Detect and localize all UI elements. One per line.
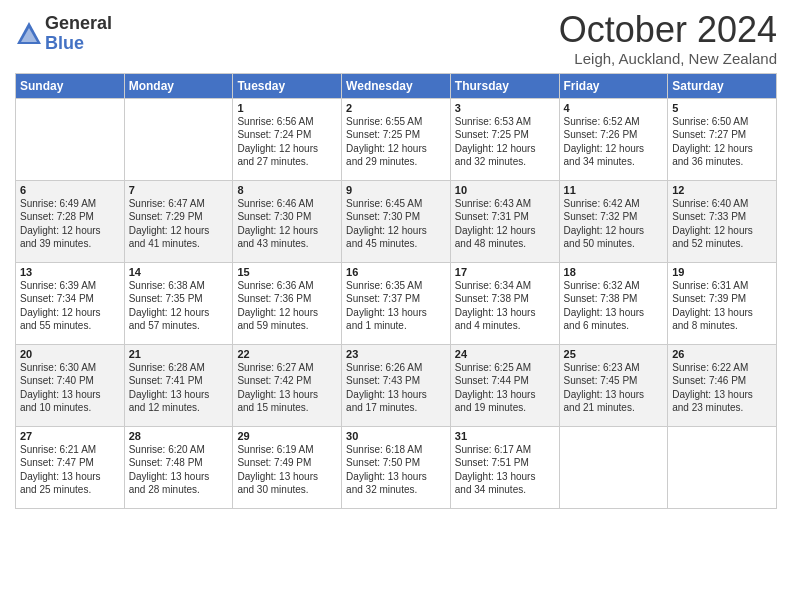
calendar-cell: 6Sunrise: 6:49 AM Sunset: 7:28 PM Daylig…: [16, 180, 125, 262]
day-info: Sunrise: 6:22 AM Sunset: 7:46 PM Dayligh…: [672, 362, 753, 414]
calendar-cell: 25Sunrise: 6:23 AM Sunset: 7:45 PM Dayli…: [559, 344, 668, 426]
day-info: Sunrise: 6:42 AM Sunset: 7:32 PM Dayligh…: [564, 198, 645, 250]
day-info: Sunrise: 6:56 AM Sunset: 7:24 PM Dayligh…: [237, 116, 318, 168]
day-number: 6: [20, 184, 120, 196]
day-info: Sunrise: 6:46 AM Sunset: 7:30 PM Dayligh…: [237, 198, 318, 250]
day-number: 2: [346, 102, 446, 114]
day-header: Friday: [559, 73, 668, 98]
day-number: 7: [129, 184, 229, 196]
day-number: 11: [564, 184, 664, 196]
day-number: 21: [129, 348, 229, 360]
month-title: October 2024: [559, 10, 777, 50]
day-info: Sunrise: 6:49 AM Sunset: 7:28 PM Dayligh…: [20, 198, 101, 250]
logo-text: General Blue: [45, 14, 112, 54]
logo-blue: Blue: [45, 34, 112, 54]
day-header: Sunday: [16, 73, 125, 98]
location: Leigh, Auckland, New Zealand: [559, 50, 777, 67]
day-number: 10: [455, 184, 555, 196]
week-row: 27Sunrise: 6:21 AM Sunset: 7:47 PM Dayli…: [16, 426, 777, 508]
calendar-cell: 20Sunrise: 6:30 AM Sunset: 7:40 PM Dayli…: [16, 344, 125, 426]
day-number: 18: [564, 266, 664, 278]
day-info: Sunrise: 6:32 AM Sunset: 7:38 PM Dayligh…: [564, 280, 645, 332]
day-info: Sunrise: 6:20 AM Sunset: 7:48 PM Dayligh…: [129, 444, 210, 496]
title-block: October 2024 Leigh, Auckland, New Zealan…: [559, 10, 777, 67]
day-info: Sunrise: 6:35 AM Sunset: 7:37 PM Dayligh…: [346, 280, 427, 332]
day-info: Sunrise: 6:39 AM Sunset: 7:34 PM Dayligh…: [20, 280, 101, 332]
day-number: 31: [455, 430, 555, 442]
day-header: Wednesday: [342, 73, 451, 98]
day-number: 8: [237, 184, 337, 196]
calendar-cell: 23Sunrise: 6:26 AM Sunset: 7:43 PM Dayli…: [342, 344, 451, 426]
calendar-table: SundayMondayTuesdayWednesdayThursdayFrid…: [15, 73, 777, 509]
header: General Blue October 2024 Leigh, Aucklan…: [15, 10, 777, 67]
calendar-cell: 1Sunrise: 6:56 AM Sunset: 7:24 PM Daylig…: [233, 98, 342, 180]
logo-icon: [15, 20, 43, 48]
day-header: Tuesday: [233, 73, 342, 98]
day-number: 1: [237, 102, 337, 114]
day-number: 27: [20, 430, 120, 442]
day-number: 24: [455, 348, 555, 360]
day-info: Sunrise: 6:52 AM Sunset: 7:26 PM Dayligh…: [564, 116, 645, 168]
week-row: 1Sunrise: 6:56 AM Sunset: 7:24 PM Daylig…: [16, 98, 777, 180]
calendar-cell: 29Sunrise: 6:19 AM Sunset: 7:49 PM Dayli…: [233, 426, 342, 508]
calendar-cell: 9Sunrise: 6:45 AM Sunset: 7:30 PM Daylig…: [342, 180, 451, 262]
calendar-cell: 24Sunrise: 6:25 AM Sunset: 7:44 PM Dayli…: [450, 344, 559, 426]
day-number: 9: [346, 184, 446, 196]
day-number: 15: [237, 266, 337, 278]
day-info: Sunrise: 6:45 AM Sunset: 7:30 PM Dayligh…: [346, 198, 427, 250]
day-info: Sunrise: 6:27 AM Sunset: 7:42 PM Dayligh…: [237, 362, 318, 414]
calendar-cell: 12Sunrise: 6:40 AM Sunset: 7:33 PM Dayli…: [668, 180, 777, 262]
calendar-cell: 31Sunrise: 6:17 AM Sunset: 7:51 PM Dayli…: [450, 426, 559, 508]
calendar-cell: 5Sunrise: 6:50 AM Sunset: 7:27 PM Daylig…: [668, 98, 777, 180]
day-number: 28: [129, 430, 229, 442]
calendar-cell: 28Sunrise: 6:20 AM Sunset: 7:48 PM Dayli…: [124, 426, 233, 508]
day-info: Sunrise: 6:53 AM Sunset: 7:25 PM Dayligh…: [455, 116, 536, 168]
day-number: 17: [455, 266, 555, 278]
day-info: Sunrise: 6:36 AM Sunset: 7:36 PM Dayligh…: [237, 280, 318, 332]
day-number: 4: [564, 102, 664, 114]
calendar-cell: 18Sunrise: 6:32 AM Sunset: 7:38 PM Dayli…: [559, 262, 668, 344]
day-number: 25: [564, 348, 664, 360]
calendar-cell: [668, 426, 777, 508]
day-number: 30: [346, 430, 446, 442]
calendar-cell: 3Sunrise: 6:53 AM Sunset: 7:25 PM Daylig…: [450, 98, 559, 180]
calendar-cell: 30Sunrise: 6:18 AM Sunset: 7:50 PM Dayli…: [342, 426, 451, 508]
calendar-cell: 11Sunrise: 6:42 AM Sunset: 7:32 PM Dayli…: [559, 180, 668, 262]
day-info: Sunrise: 6:34 AM Sunset: 7:38 PM Dayligh…: [455, 280, 536, 332]
day-number: 19: [672, 266, 772, 278]
calendar-cell: 13Sunrise: 6:39 AM Sunset: 7:34 PM Dayli…: [16, 262, 125, 344]
calendar-cell: [124, 98, 233, 180]
day-info: Sunrise: 6:43 AM Sunset: 7:31 PM Dayligh…: [455, 198, 536, 250]
calendar-cell: 7Sunrise: 6:47 AM Sunset: 7:29 PM Daylig…: [124, 180, 233, 262]
day-info: Sunrise: 6:31 AM Sunset: 7:39 PM Dayligh…: [672, 280, 753, 332]
day-info: Sunrise: 6:40 AM Sunset: 7:33 PM Dayligh…: [672, 198, 753, 250]
day-info: Sunrise: 6:38 AM Sunset: 7:35 PM Dayligh…: [129, 280, 210, 332]
day-number: 3: [455, 102, 555, 114]
day-info: Sunrise: 6:17 AM Sunset: 7:51 PM Dayligh…: [455, 444, 536, 496]
day-number: 26: [672, 348, 772, 360]
week-row: 6Sunrise: 6:49 AM Sunset: 7:28 PM Daylig…: [16, 180, 777, 262]
calendar-cell: [559, 426, 668, 508]
day-info: Sunrise: 6:26 AM Sunset: 7:43 PM Dayligh…: [346, 362, 427, 414]
day-info: Sunrise: 6:25 AM Sunset: 7:44 PM Dayligh…: [455, 362, 536, 414]
day-number: 29: [237, 430, 337, 442]
day-header: Thursday: [450, 73, 559, 98]
calendar-cell: 15Sunrise: 6:36 AM Sunset: 7:36 PM Dayli…: [233, 262, 342, 344]
day-header: Saturday: [668, 73, 777, 98]
day-header: Monday: [124, 73, 233, 98]
day-number: 14: [129, 266, 229, 278]
page: General Blue October 2024 Leigh, Aucklan…: [0, 0, 792, 612]
day-info: Sunrise: 6:23 AM Sunset: 7:45 PM Dayligh…: [564, 362, 645, 414]
day-info: Sunrise: 6:50 AM Sunset: 7:27 PM Dayligh…: [672, 116, 753, 168]
day-info: Sunrise: 6:28 AM Sunset: 7:41 PM Dayligh…: [129, 362, 210, 414]
calendar-cell: 14Sunrise: 6:38 AM Sunset: 7:35 PM Dayli…: [124, 262, 233, 344]
calendar-cell: [16, 98, 125, 180]
calendar-cell: 27Sunrise: 6:21 AM Sunset: 7:47 PM Dayli…: [16, 426, 125, 508]
calendar-cell: 16Sunrise: 6:35 AM Sunset: 7:37 PM Dayli…: [342, 262, 451, 344]
calendar-cell: 22Sunrise: 6:27 AM Sunset: 7:42 PM Dayli…: [233, 344, 342, 426]
day-info: Sunrise: 6:18 AM Sunset: 7:50 PM Dayligh…: [346, 444, 427, 496]
day-number: 13: [20, 266, 120, 278]
calendar-cell: 10Sunrise: 6:43 AM Sunset: 7:31 PM Dayli…: [450, 180, 559, 262]
day-info: Sunrise: 6:30 AM Sunset: 7:40 PM Dayligh…: [20, 362, 101, 414]
day-number: 16: [346, 266, 446, 278]
